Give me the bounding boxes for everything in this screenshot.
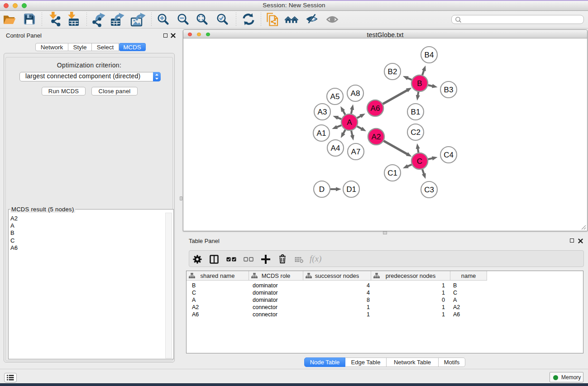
svg-text:A3: A3 <box>318 108 327 116</box>
svg-text:B: B <box>417 79 422 88</box>
svg-text:C4: C4 <box>444 151 454 159</box>
svg-text:f(x): f(x) <box>310 254 321 264</box>
svg-text:B2: B2 <box>388 67 397 76</box>
svg-text:B4: B4 <box>425 51 434 59</box>
svg-text:D1: D1 <box>346 185 356 194</box>
svg-text:C: C <box>417 157 422 166</box>
svg-text:B1: B1 <box>411 108 421 116</box>
svg-text:A2: A2 <box>372 133 381 141</box>
svg-text:A7: A7 <box>351 148 361 156</box>
svg-text:A: A <box>347 118 352 127</box>
svg-text:C1: C1 <box>387 169 397 177</box>
svg-text:A8: A8 <box>351 89 360 98</box>
svg-text:D: D <box>319 185 325 194</box>
svg-text:A4: A4 <box>331 144 340 152</box>
svg-text:A1: A1 <box>317 129 326 138</box>
svg-text:C3: C3 <box>424 186 434 194</box>
svg-text:B3: B3 <box>444 86 454 94</box>
svg-text:C2: C2 <box>411 128 421 137</box>
svg-text:A5: A5 <box>330 92 340 101</box>
svg-text:A6: A6 <box>371 104 380 113</box>
